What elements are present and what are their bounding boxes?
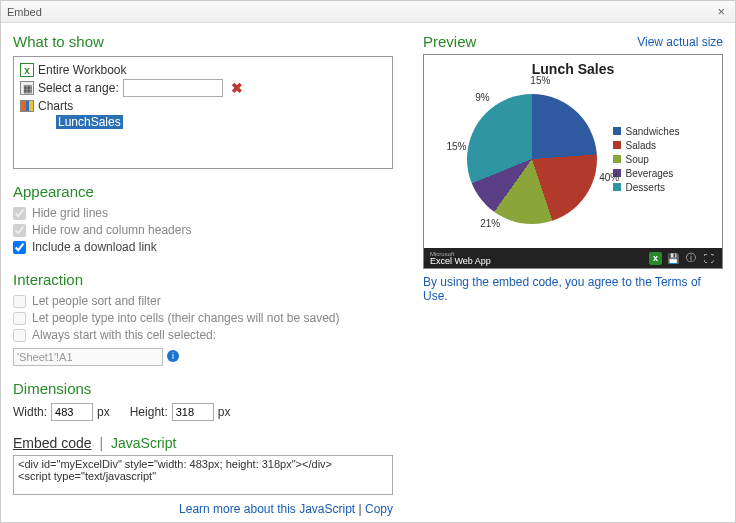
chk-label: Always start with this cell selected: — [32, 328, 216, 342]
workbook-icon: x — [20, 63, 34, 77]
info-icon[interactable]: i — [167, 350, 179, 362]
window-title: Embed — [7, 6, 42, 18]
interaction-heading: Interaction — [13, 271, 393, 288]
legend-label: Beverages — [626, 168, 674, 179]
height-input[interactable] — [172, 403, 214, 421]
legend-item: Desserts — [613, 182, 680, 193]
excel-icon[interactable]: x — [649, 252, 662, 265]
chk-sort-filter-box[interactable] — [13, 295, 26, 308]
tree-select-range[interactable]: ▦ Select a range: ✖ — [20, 79, 386, 97]
chk-label: Hide grid lines — [32, 206, 108, 220]
chk-hide-headers-box[interactable] — [13, 224, 26, 237]
legend-swatch — [613, 127, 621, 135]
chart-legend: SandwichesSaladsSoupBeveragesDesserts — [613, 123, 680, 196]
chk-start-cell[interactable]: Always start with this cell selected: — [13, 328, 393, 342]
chk-download[interactable]: Include a download link — [13, 240, 393, 254]
pie-percent-label: 9% — [475, 92, 489, 103]
px-label: px — [218, 405, 231, 419]
pie-percent-label: 15% — [446, 141, 466, 152]
pie-chart — [467, 94, 597, 224]
dimensions-heading: Dimensions — [13, 380, 393, 397]
excel-app-bar: Microsoft Excel Web App x 💾 ⓘ ⛶ — [424, 248, 722, 268]
chk-hide-headers[interactable]: Hide row and column headers — [13, 223, 393, 237]
legend-swatch — [613, 141, 621, 149]
height-label: Height: — [130, 405, 168, 419]
embed-code-box[interactable] — [13, 455, 393, 495]
pie-percent-label: 40% — [599, 172, 619, 183]
what-to-show-tree[interactable]: x Entire Workbook ▦ Select a range: ✖ Ch… — [13, 56, 393, 169]
info-bar-icon[interactable]: ⓘ — [684, 251, 698, 265]
chart-item-label: LunchSales — [56, 115, 123, 129]
delete-range-icon[interactable]: ✖ — [231, 80, 243, 96]
embed-dialog: Embed × What to show x Entire Workbook ▦… — [0, 0, 736, 523]
tree-label: Entire Workbook — [38, 63, 126, 77]
chk-download-box[interactable] — [13, 241, 26, 254]
legend-swatch — [613, 183, 621, 191]
chk-type-cells-box[interactable] — [13, 312, 26, 325]
copy-link[interactable]: Copy — [365, 502, 393, 516]
tree-label: Select a range: — [38, 81, 119, 95]
legend-label: Salads — [626, 140, 657, 151]
tree-chart-item[interactable]: LunchSales — [56, 115, 386, 129]
tab-separator: | — [100, 435, 104, 451]
app-name: Excel Web App — [430, 257, 491, 266]
range-input[interactable] — [123, 79, 223, 97]
what-to-show-heading: What to show — [13, 33, 393, 50]
preview-heading: Preview — [423, 33, 476, 50]
chk-label: Hide row and column headers — [32, 223, 191, 237]
titlebar: Embed × — [1, 1, 735, 23]
chk-label: Let people type into cells (their change… — [32, 311, 340, 325]
legend-item: Sandwiches — [613, 126, 680, 137]
chk-sort-filter[interactable]: Let people sort and filter — [13, 294, 393, 308]
learn-more-link[interactable]: Learn more about this JavaScript — [179, 502, 355, 516]
px-label: px — [97, 405, 110, 419]
legend-item: Salads — [613, 140, 680, 151]
legend-swatch — [613, 155, 621, 163]
tree-entire-workbook[interactable]: x Entire Workbook — [20, 63, 386, 77]
terms-text[interactable]: By using the embed code, you agree to th… — [423, 275, 723, 303]
legend-label: Sandwiches — [626, 126, 680, 137]
legend-item: Soup — [613, 154, 680, 165]
range-icon: ▦ — [20, 81, 34, 95]
chk-hide-grid-box[interactable] — [13, 207, 26, 220]
chk-hide-grid[interactable]: Hide grid lines — [13, 206, 393, 220]
tab-javascript[interactable]: JavaScript — [111, 435, 176, 451]
view-actual-size-link[interactable]: View actual size — [637, 35, 723, 49]
tree-label: Charts — [38, 99, 73, 113]
pie-percent-label: 21% — [480, 218, 500, 229]
save-icon[interactable]: 💾 — [666, 251, 680, 265]
pie-percent-label: 15% — [530, 75, 550, 86]
chk-start-cell-box[interactable] — [13, 329, 26, 342]
legend-label: Soup — [626, 154, 649, 165]
appearance-heading: Appearance — [13, 183, 393, 200]
close-icon[interactable]: × — [713, 4, 729, 19]
chart-area: Lunch Sales 40%21%15%9%15% SandwichesSal… — [424, 55, 722, 248]
chart-title: Lunch Sales — [432, 61, 714, 77]
fullscreen-icon[interactable]: ⛶ — [702, 251, 716, 265]
charts-icon — [20, 100, 34, 112]
legend-item: Beverages — [613, 168, 680, 179]
chk-type-cells[interactable]: Let people type into cells (their change… — [13, 311, 393, 325]
tree-charts[interactable]: Charts — [20, 99, 386, 113]
width-input[interactable] — [51, 403, 93, 421]
chk-label: Let people sort and filter — [32, 294, 161, 308]
width-label: Width: — [13, 405, 47, 419]
legend-label: Desserts — [626, 182, 665, 193]
tab-embed-code[interactable]: Embed code — [13, 435, 92, 451]
start-cell-input[interactable] — [13, 348, 163, 366]
chk-label: Include a download link — [32, 240, 157, 254]
preview-frame: Lunch Sales 40%21%15%9%15% SandwichesSal… — [423, 54, 723, 269]
